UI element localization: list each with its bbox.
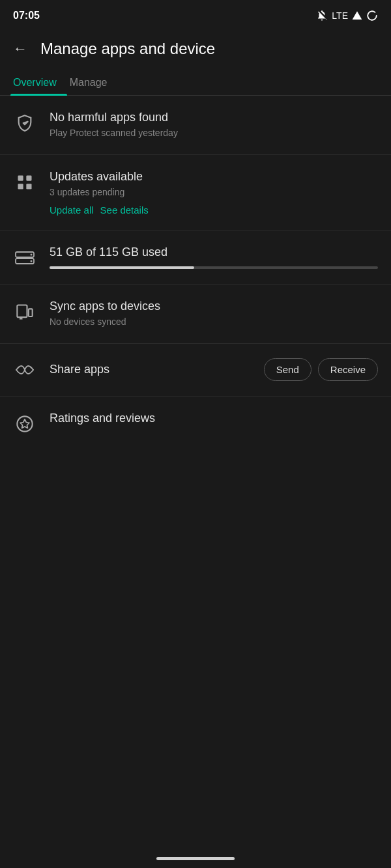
ratings-title: Ratings and reviews	[50, 411, 378, 426]
ratings-content: Ratings and reviews	[50, 411, 378, 426]
play-protect-item: No harmful apps found Play Protect scann…	[0, 96, 391, 155]
star-icon	[13, 412, 36, 436]
update-all-link[interactable]: Update all	[50, 204, 94, 216]
storage-bar	[50, 266, 378, 269]
storage-item: 51 GB of 115 GB used	[0, 231, 391, 285]
share-apps-icon	[13, 358, 36, 382]
back-button[interactable]: ←	[10, 38, 30, 60]
svg-point-8	[31, 260, 33, 262]
home-bar	[156, 857, 235, 860]
storage-bar-background	[50, 266, 378, 269]
play-protect-title: No harmful apps found	[50, 110, 378, 125]
see-details-link[interactable]: See details	[100, 204, 149, 216]
svg-rect-1	[18, 175, 23, 180]
sync-item: Sync apps to devices No devices synced	[0, 285, 391, 344]
lte-icon: LTE	[332, 10, 348, 21]
send-button[interactable]: Send	[264, 358, 311, 381]
storage-icon	[13, 246, 36, 270]
tab-manage[interactable]: Manage	[67, 70, 118, 95]
apps-icon	[13, 171, 36, 194]
storage-title: 51 GB of 115 GB used	[50, 245, 378, 260]
tab-overview[interactable]: Overview	[10, 70, 67, 95]
status-time: 07:05	[13, 10, 40, 21]
svg-rect-4	[26, 184, 31, 189]
receive-button[interactable]: Receive	[318, 358, 378, 381]
sync-subtitle: No devices synced	[50, 316, 378, 329]
share-apps-label: Share apps	[50, 363, 251, 376]
status-bar: 07:05 LTE	[0, 0, 391, 29]
svg-rect-2	[26, 175, 31, 180]
play-protect-subtitle: Play Protect scanned yesterday	[50, 127, 378, 140]
sync-content: Sync apps to devices No devices synced	[50, 299, 378, 329]
header: ← Manage apps and device	[0, 29, 391, 66]
share-apps-item: Share apps Send Receive	[0, 344, 391, 397]
svg-rect-9	[17, 305, 27, 317]
page-title: Manage apps and device	[40, 40, 215, 59]
content-area: No harmful apps found Play Protect scann…	[0, 96, 391, 450]
svg-point-7	[31, 253, 33, 255]
shield-icon	[13, 111, 36, 135]
sync-title: Sync apps to devices	[50, 299, 378, 314]
svg-marker-0	[23, 122, 28, 125]
bell-mute-icon	[316, 10, 328, 21]
updates-title: Updates available	[50, 169, 378, 184]
storage-bar-fill	[50, 266, 194, 269]
updates-item: Updates available 3 updates pending Upda…	[0, 155, 391, 231]
loading-icon	[366, 10, 378, 21]
tabs-bar: Overview Manage	[0, 70, 391, 96]
svg-marker-14	[20, 419, 29, 428]
updates-subtitle: 3 updates pending	[50, 186, 378, 199]
play-protect-content: No harmful apps found Play Protect scann…	[50, 110, 378, 140]
signal-icon	[352, 10, 362, 21]
svg-rect-10	[29, 309, 33, 316]
ratings-item: Ratings and reviews	[0, 397, 391, 450]
storage-content: 51 GB of 115 GB used	[50, 245, 378, 269]
share-buttons-group: Send Receive	[264, 358, 378, 381]
updates-content: Updates available 3 updates pending Upda…	[50, 169, 378, 216]
status-icons-group: LTE	[316, 10, 378, 21]
svg-point-13	[17, 416, 32, 431]
sync-icon	[13, 300, 36, 324]
svg-rect-3	[18, 184, 23, 189]
updates-actions: Update all See details	[50, 204, 378, 216]
